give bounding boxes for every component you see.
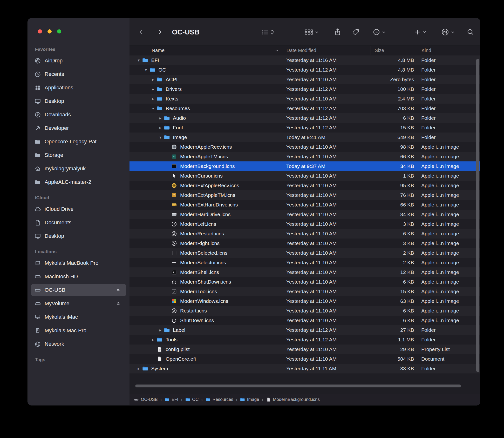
disclosure-triangle[interactable]: ▾: [157, 135, 164, 140]
file-row-modernapplerecv-icns[interactable]: ModernAppleRecv.icnsYesterday at 11:10 A…: [129, 142, 480, 152]
account-menu-button[interactable]: [441, 28, 455, 36]
file-row-restart-icns[interactable]: Restart.icnsYesterday at 11:10 AM6 KBApp…: [129, 306, 480, 316]
group-button[interactable]: [305, 28, 319, 36]
file-row-moderntool-icns[interactable]: ModernTool.icnsYesterday at 11:10 AM15 K…: [129, 287, 480, 296]
new-item-button[interactable]: [414, 29, 426, 35]
sidebar-item-storage[interactable]: Storage: [31, 149, 126, 161]
vertical-scrollbar[interactable]: [476, 59, 479, 372]
file-row-modernright-icns[interactable]: ModernRight.icnsYesterday at 11:10 AM3 K…: [129, 239, 480, 248]
path-item-oc-usb[interactable]: OC-USB: [134, 397, 158, 402]
file-row-audio[interactable]: ▸AudioYesterday at 11:12 AM6 KBFolder: [129, 113, 480, 123]
sidebar-item-applications[interactable]: Applications: [31, 81, 126, 94]
zoom-button[interactable]: [57, 29, 61, 33]
forward-button[interactable]: [157, 28, 163, 36]
column-header-name[interactable]: Name: [129, 46, 282, 55]
path-item-modernbackground-icns[interactable]: ModernBackground.icns: [266, 397, 320, 402]
disclosure-triangle[interactable]: ▸: [157, 328, 164, 333]
more-options-button[interactable]: [373, 28, 386, 36]
file-row-shutdown-icns[interactable]: ShutDown.icnsYesterday at 11:10 AM6 KBAp…: [129, 316, 480, 325]
disclosure-triangle[interactable]: ▸: [157, 116, 164, 121]
file-row-modernselector-icns[interactable]: ModernSelector.icnsYesterday at 11:10 AM…: [129, 258, 480, 267]
sidebar-item-desktop[interactable]: Desktop: [31, 95, 126, 108]
file-row-opencore-efi[interactable]: OpenCore.efiYesterday at 11:10 AM504 KBD…: [129, 354, 480, 364]
sidebar-item-label: Storage: [45, 152, 63, 158]
file-row-modernextappletm-icns[interactable]: ModernExtAppleTM.icnsYesterday at 11:10 …: [129, 190, 480, 200]
sidebar-item-mykolagrymalyuk[interactable]: mykolagrymalyuk: [31, 162, 126, 175]
minimize-button[interactable]: [47, 29, 52, 33]
sidebar-item-airdrop[interactable]: AirDrop: [31, 55, 126, 67]
path-item-efi[interactable]: EFI: [164, 397, 178, 402]
file-row-font[interactable]: ▸FontYesterday at 11:12 AM15 KBFolder: [129, 123, 480, 132]
back-button[interactable]: [138, 28, 144, 36]
view-mode-button[interactable]: [261, 28, 274, 36]
path-item-oc[interactable]: OC: [185, 397, 199, 402]
disclosure-triangle[interactable]: ▾: [150, 106, 157, 111]
file-row-image[interactable]: ▾ImageToday at 9:41 AM649 KBFolder: [129, 132, 480, 142]
icns-applerecv-icon: [171, 144, 177, 150]
sidebar-item-developer[interactable]: Developer: [31, 122, 126, 134]
sidebar-item-oc-usb[interactable]: OC-USB: [31, 284, 126, 296]
disclosure-triangle[interactable]: ▸: [150, 77, 157, 82]
file-row-modernappletm-icns[interactable]: ModernAppleTM.icnsYesterday at 11:10 AM6…: [129, 152, 480, 161]
column-header-size[interactable]: Size: [370, 46, 417, 55]
sidebar-item-mykola-s-mac-pro[interactable]: Mykola’s Mac Pro: [31, 324, 126, 337]
airdrop-icon: [34, 57, 41, 64]
eject-icon[interactable]: [115, 301, 121, 306]
sidebar-item-documents[interactable]: Documents: [31, 216, 126, 229]
file-row-modernextapplerecv-icns[interactable]: ModernExtAppleRecv.icnsYesterday at 11:1…: [129, 181, 480, 190]
sidebar-item-downloads[interactable]: Downloads: [31, 109, 126, 121]
file-row-modernharddrive-icns[interactable]: ModernHardDrive.icnsYesterday at 11:10 A…: [129, 210, 480, 219]
file-row-resources[interactable]: ▾ResourcesYesterday at 11:12 AM703 KBFol…: [129, 104, 480, 113]
sidebar-item-icloud-drive[interactable]: iCloud Drive: [31, 203, 126, 215]
sidebar-item-macintosh-hd[interactable]: Macintosh HD: [31, 270, 126, 283]
disclosure-triangle[interactable]: ▸: [157, 125, 164, 130]
file-row-moderncursor-icns[interactable]: ModernCursor.icnsYesterday at 11:10 AM1 …: [129, 171, 480, 181]
file-row-modernwindows-icns[interactable]: ModernWindows.icnsYesterday at 11:10 AM6…: [129, 296, 480, 306]
file-row-modernselected-icns[interactable]: ModernSelected.icnsYesterday at 11:10 AM…: [129, 248, 480, 258]
file-size: 29 KB: [370, 346, 417, 352]
file-row-oc[interactable]: ▾OCYesterday at 11:12 AM4.8 MBFolder: [129, 65, 480, 75]
sidebar-item-mykola-s-imac[interactable]: Mykola’s iMac: [31, 311, 126, 323]
sidebar-item-opencore-legacy-pat-[interactable]: Opencore-Legacy-Pat…: [31, 135, 126, 148]
share-button[interactable]: [334, 28, 341, 36]
file-row-modernleft-icns[interactable]: ModernLeft.icnsYesterday at 11:10 AM3 KB…: [129, 219, 480, 229]
file-date-modified: Yesterday at 11:12 AM: [282, 327, 370, 333]
sidebar-item-applealc-master-2[interactable]: AppleALC-master-2: [31, 176, 126, 188]
horizontal-scrollbar[interactable]: [135, 384, 461, 387]
disclosure-triangle[interactable]: ▸: [150, 337, 157, 342]
file-row-label[interactable]: ▸LabelYesterday at 11:12 AM27 KBFolder: [129, 325, 480, 335]
file-row-tools[interactable]: ▸ToolsYesterday at 11:12 AM1.1 MBFolder: [129, 335, 480, 345]
file-row-system[interactable]: ▸SystemYesterday at 11:11 AM33 KBFolder: [129, 364, 480, 373]
disclosure-triangle[interactable]: ▾: [135, 58, 142, 63]
file-kind: Apple i...n image: [417, 221, 480, 227]
path-item-image[interactable]: Image: [240, 397, 259, 402]
disclosure-triangle[interactable]: ▸: [150, 96, 157, 101]
column-header-date[interactable]: Date Modified: [282, 46, 370, 55]
sidebar-item-desktop[interactable]: Desktop: [31, 230, 126, 242]
sidebar-item-mykola-s-macbook-pro[interactable]: Mykola’s MacBook Pro: [31, 257, 126, 269]
file-row-modernrestart-icns[interactable]: ModernRestart.icnsYesterday at 11:10 AM6…: [129, 229, 480, 239]
disclosure-triangle[interactable]: ▾: [143, 67, 149, 73]
sidebar-item-network[interactable]: Network: [31, 338, 126, 350]
sidebar-item-myvolume[interactable]: MyVolume: [31, 297, 126, 310]
search-button[interactable]: [467, 28, 474, 36]
file-row-modernshell-icns[interactable]: ModernShell.icnsYesterday at 11:10 AM12 …: [129, 267, 480, 277]
eject-icon[interactable]: [115, 287, 121, 293]
file-row-modernextharddrive-icns[interactable]: ModernExtHardDrive.icnsYesterday at 11:1…: [129, 200, 480, 210]
close-button[interactable]: [38, 29, 42, 33]
column-header-kind[interactable]: Kind: [417, 46, 480, 55]
path-item-resources[interactable]: Resources: [206, 397, 233, 402]
sidebar-item-recents[interactable]: Recents: [31, 68, 126, 80]
tag-button[interactable]: [352, 28, 360, 36]
file-row-modernshutdown-icns[interactable]: ModernShutDown.icnsYesterday at 11:10 AM…: [129, 277, 480, 287]
disclosure-triangle[interactable]: ▸: [135, 366, 142, 371]
file-size: 1 KB: [370, 173, 417, 179]
file-size: 504 KB: [370, 356, 417, 362]
file-row-efi[interactable]: ▾EFIYesterday at 11:16 AM4.8 MBFolder: [129, 55, 480, 65]
file-row-drivers[interactable]: ▸DriversYesterday at 11:12 AM100 KBFolde…: [129, 84, 480, 94]
file-row-config-plist[interactable]: config.plistYesterday at 11:10 AM29 KBPr…: [129, 345, 480, 354]
file-row-modernbackground-icns[interactable]: ModernBackground.icnsToday at 9:37 AM34 …: [129, 161, 480, 171]
file-row-acpi[interactable]: ▸ACPIYesterday at 11:10 AMZero bytesFold…: [129, 75, 480, 84]
disclosure-triangle[interactable]: ▸: [150, 87, 157, 92]
file-row-kexts[interactable]: ▸KextsYesterday at 11:10 AM2.4 MBFolder: [129, 94, 480, 104]
